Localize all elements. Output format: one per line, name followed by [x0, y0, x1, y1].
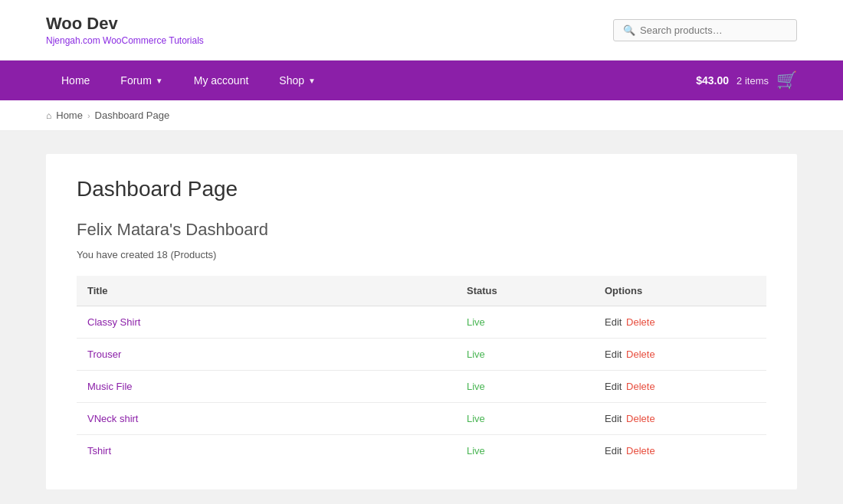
nav-item-forum[interactable]: Forum ▼: [105, 61, 178, 100]
shop-dropdown-arrow: ▼: [308, 77, 316, 85]
status-live: Live: [467, 381, 485, 392]
edit-link[interactable]: Edit: [605, 381, 622, 392]
product-status-cell: Live: [456, 306, 594, 339]
nav-cart: $43.00 2 items 🛒: [696, 70, 797, 90]
product-title-cell: Trouser: [77, 339, 456, 371]
status-live: Live: [467, 413, 485, 424]
product-title-cell: Tshirt: [77, 435, 456, 467]
nav-item-shop[interactable]: Shop ▼: [264, 61, 331, 100]
nav-item-myaccount[interactable]: My account: [179, 61, 264, 100]
dashboard-heading: Felix Matara's Dashboard: [77, 220, 766, 240]
product-link[interactable]: Music File: [87, 381, 133, 392]
product-status-cell: Live: [456, 403, 594, 435]
search-box[interactable]: 🔍: [613, 19, 797, 41]
table-header-row: Title Status Options: [77, 276, 766, 306]
site-tagline: Njengah.com WooCommerce Tutorials: [46, 35, 204, 46]
product-options-cell: Edit Delete: [594, 339, 766, 371]
breadcrumb-separator: ›: [87, 111, 90, 120]
product-status-cell: Live: [456, 339, 594, 371]
edit-link[interactable]: Edit: [605, 413, 622, 424]
nav-item-home[interactable]: Home: [46, 61, 105, 100]
th-title: Title: [77, 276, 456, 306]
product-link[interactable]: Trouser: [87, 349, 121, 360]
product-title-cell: Classy Shirt: [77, 306, 456, 339]
search-icon: 🔍: [623, 25, 635, 36]
product-link[interactable]: VNeck shirt: [87, 413, 138, 424]
product-link[interactable]: Tshirt: [87, 445, 111, 457]
site-header: Woo Dev Njengah.com WooCommerce Tutorial…: [0, 0, 843, 61]
site-nav: Home Forum ▼ My account Shop ▼ $43.00 2 …: [0, 61, 843, 100]
status-live: Live: [467, 316, 485, 328]
products-table: Title Status Options Classy Shirt Live E…: [77, 276, 766, 466]
products-count-label: You have created 18 (Products): [77, 249, 766, 260]
site-branding: Woo Dev Njengah.com WooCommerce Tutorial…: [46, 14, 204, 46]
site-title: Woo Dev: [46, 14, 204, 34]
table-row: Music File Live Edit Delete: [77, 371, 766, 403]
status-live: Live: [467, 445, 485, 457]
delete-link[interactable]: Delete: [626, 413, 655, 424]
product-options-cell: Edit Delete: [594, 403, 766, 435]
product-options-cell: Edit Delete: [594, 371, 766, 403]
status-live: Live: [467, 349, 485, 360]
product-link[interactable]: Classy Shirt: [87, 316, 140, 328]
delete-link[interactable]: Delete: [626, 316, 655, 328]
cart-items-count: 2 items: [736, 75, 769, 87]
main-content: Dashboard Page Felix Matara's Dashboard …: [0, 131, 843, 504]
cart-icon-button[interactable]: 🛒: [776, 70, 797, 90]
product-options-cell: Edit Delete: [594, 306, 766, 339]
tagline-plain: Njengah.com WooCommerce: [46, 35, 169, 46]
cart-icon: 🛒: [776, 70, 797, 90]
th-status: Status: [456, 276, 594, 306]
edit-link[interactable]: Edit: [605, 316, 622, 328]
breadcrumb-current: Dashboard Page: [95, 110, 170, 121]
product-options-cell: Edit Delete: [594, 435, 766, 467]
nav-links: Home Forum ▼ My account Shop ▼: [46, 61, 331, 100]
search-input[interactable]: [640, 25, 787, 36]
product-title-cell: Music File: [77, 371, 456, 403]
table-row: Classy Shirt Live Edit Delete: [77, 306, 766, 339]
page-title: Dashboard Page: [77, 177, 766, 201]
forum-dropdown-arrow: ▼: [156, 77, 163, 85]
edit-link[interactable]: Edit: [605, 349, 622, 360]
edit-link[interactable]: Edit: [605, 445, 622, 457]
tagline-link: Tutorials: [169, 35, 204, 46]
delete-link[interactable]: Delete: [626, 349, 655, 360]
table-row: Tshirt Live Edit Delete: [77, 435, 766, 467]
product-title-cell: VNeck shirt: [77, 403, 456, 435]
breadcrumb: ⌂ Home › Dashboard Page: [0, 100, 843, 131]
product-status-cell: Live: [456, 435, 594, 467]
delete-link[interactable]: Delete: [626, 445, 655, 457]
cart-price: $43.00: [696, 74, 729, 87]
table-row: VNeck shirt Live Edit Delete: [77, 403, 766, 435]
delete-link[interactable]: Delete: [626, 381, 655, 392]
breadcrumb-home-link[interactable]: Home: [56, 110, 83, 121]
table-row: Trouser Live Edit Delete: [77, 339, 766, 371]
th-options: Options: [594, 276, 766, 306]
product-status-cell: Live: [456, 371, 594, 403]
content-card: Dashboard Page Felix Matara's Dashboard …: [46, 154, 797, 489]
home-breadcrumb-icon: ⌂: [46, 110, 51, 121]
